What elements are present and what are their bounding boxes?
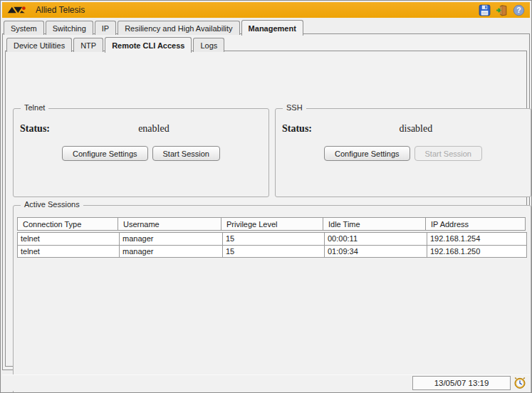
ssh-status-value: disabled bbox=[400, 123, 433, 135]
cell-connection-type: telnet bbox=[18, 233, 119, 245]
statusbar: 13/05/07 13:19 bbox=[2, 374, 530, 391]
ssh-configure-settings-button[interactable]: Configure Settings bbox=[324, 146, 410, 161]
app-window: Allied Telesis bbox=[0, 0, 532, 393]
active-sessions-table: Connection Type Username Privilege Level… bbox=[17, 217, 527, 258]
cell-username: manager bbox=[119, 233, 222, 245]
tab-device-utilities[interactable]: Device Utilities bbox=[6, 38, 72, 52]
ssh-status-row: Status: disabled bbox=[276, 123, 531, 135]
tab-switching[interactable]: Switching bbox=[46, 21, 93, 35]
table-header-row: Connection Type Username Privilege Level… bbox=[17, 217, 527, 231]
cell-idle-time: 01:09:34 bbox=[324, 246, 427, 257]
cell-idle-time: 00:00:11 bbox=[324, 233, 427, 245]
remote-cli-access-panel: Telnet Status: enabled Configure Setting… bbox=[5, 51, 527, 367]
table-body: telnet manager 15 00:00:11 192.168.1.254… bbox=[17, 232, 527, 258]
save-icon[interactable] bbox=[478, 4, 491, 16]
telnet-start-session-button[interactable]: Start Session bbox=[152, 146, 220, 161]
cell-username: manager bbox=[119, 246, 222, 257]
telnet-status-row: Status: enabled bbox=[14, 123, 268, 135]
column-header-privilege-level[interactable]: Privilege Level bbox=[221, 217, 323, 231]
allied-telesis-logo-icon bbox=[7, 5, 31, 16]
ssh-buttons: Configure Settings Start Session bbox=[276, 146, 531, 161]
tab-remote-cli-access[interactable]: Remote CLI Access bbox=[105, 37, 192, 53]
table-row[interactable]: telnet manager 15 01:09:34 192.168.1.250 bbox=[18, 245, 526, 257]
telnet-status-value: enabled bbox=[138, 123, 169, 135]
cell-privilege-level: 15 bbox=[222, 233, 324, 245]
ssh-group-label: SSH bbox=[283, 103, 306, 112]
active-sessions-groupbox: Active Sessions Connection Type Username… bbox=[13, 205, 531, 393]
logout-icon[interactable] bbox=[495, 4, 508, 16]
tab-ip[interactable]: IP bbox=[95, 21, 116, 35]
primary-tab-bar: System Switching IP Resiliency and High … bbox=[4, 20, 305, 35]
cell-ip-address: 192.168.1.250 bbox=[427, 246, 526, 257]
tab-logs[interactable]: Logs bbox=[193, 38, 224, 52]
tab-system[interactable]: System bbox=[4, 21, 44, 35]
column-header-ip-address[interactable]: IP Address bbox=[425, 217, 526, 231]
active-sessions-group-label: Active Sessions bbox=[21, 200, 83, 209]
column-header-idle-time[interactable]: Idle Time bbox=[323, 217, 426, 231]
clock-icon[interactable] bbox=[513, 377, 526, 389]
ssh-status-label: Status: bbox=[282, 123, 312, 135]
titlebar: Allied Telesis bbox=[2, 2, 530, 18]
datetime-display: 13/05/07 13:19 bbox=[412, 376, 511, 390]
cell-ip-address: 192.168.1.254 bbox=[427, 233, 526, 245]
table-row[interactable]: telnet manager 15 00:00:11 192.168.1.254 bbox=[18, 233, 526, 245]
telnet-group-label: Telnet bbox=[21, 103, 48, 112]
cell-connection-type: telnet bbox=[18, 246, 119, 257]
column-header-username[interactable]: Username bbox=[118, 217, 221, 231]
column-header-connection-type[interactable]: Connection Type bbox=[17, 217, 118, 231]
titlebar-actions: ? bbox=[478, 4, 525, 16]
help-icon[interactable]: ? bbox=[512, 4, 525, 16]
tab-management[interactable]: Management bbox=[241, 20, 303, 36]
telnet-buttons: Configure Settings Start Session bbox=[14, 146, 268, 161]
svg-text:?: ? bbox=[516, 6, 521, 14]
telnet-configure-settings-button[interactable]: Configure Settings bbox=[62, 146, 148, 161]
ssh-start-session-button[interactable]: Start Session bbox=[414, 146, 482, 161]
secondary-tab-bar: Device Utilities NTP Remote CLI Access L… bbox=[6, 37, 226, 52]
app-title: Allied Telesis bbox=[36, 5, 85, 15]
telnet-status-label: Status: bbox=[20, 123, 50, 135]
telnet-groupbox: Telnet Status: enabled Configure Setting… bbox=[13, 108, 269, 197]
tab-ntp[interactable]: NTP bbox=[73, 38, 103, 52]
ssh-groupbox: SSH Status: disabled Configure Settings … bbox=[275, 108, 531, 197]
cell-privilege-level: 15 bbox=[222, 246, 324, 257]
tab-resiliency-high-availability[interactable]: Resiliency and High Availability bbox=[118, 21, 239, 35]
